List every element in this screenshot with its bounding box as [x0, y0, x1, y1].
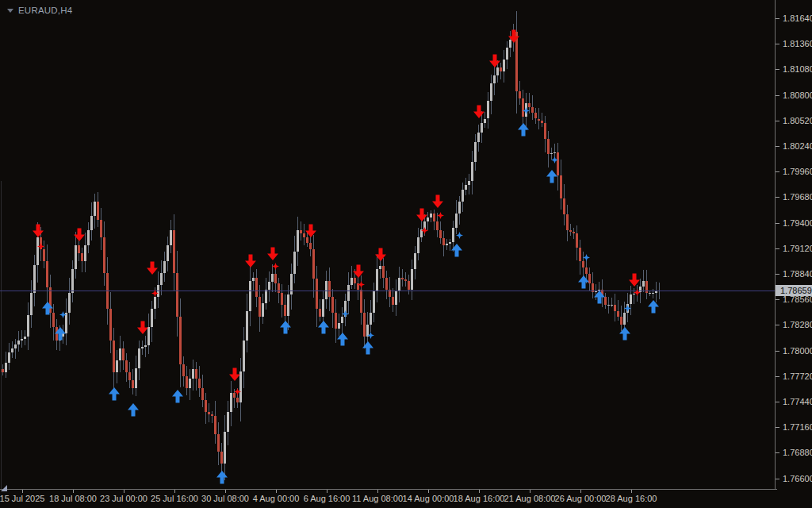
buy-star-icon: [59, 311, 67, 318]
sell-arrow-icon: [508, 29, 520, 44]
price-axis-label: 1.78560: [783, 295, 812, 304]
candle-body: [243, 341, 245, 371]
candle-wick: [611, 298, 612, 307]
current-price-tag: 1.78659: [776, 285, 812, 296]
candle-body: [531, 107, 534, 113]
candle-body: [382, 266, 385, 278]
candle-body: [309, 243, 312, 248]
sell-arrow-icon: [304, 224, 317, 238]
buy-star-icon: [624, 305, 631, 312]
buy-arrow-icon: [216, 470, 228, 484]
price-axis-label: 1.79400: [783, 219, 812, 228]
price-axis-label: 1.79120: [783, 244, 812, 253]
price-axis-tick: [776, 197, 779, 198]
candle-wick: [542, 113, 542, 127]
candle-body: [550, 153, 553, 154]
time-axis-tick: [124, 490, 124, 493]
candle-body: [290, 274, 293, 294]
candle-body: [78, 245, 80, 253]
candle-wick: [15, 339, 16, 359]
candle-body: [281, 293, 283, 304]
candle-body: [27, 315, 29, 337]
buy-arrow-icon: [279, 320, 292, 334]
chart-window: 1.816401.813601.810801.808001.805201.802…: [0, 0, 812, 508]
candle-body: [132, 380, 134, 388]
candle-body: [135, 368, 137, 388]
chart-shift-icon[interactable]: [1, 485, 8, 491]
candle-body: [21, 339, 23, 341]
candle-body: [642, 281, 645, 287]
time-axis-tick: [479, 490, 480, 493]
price-axis-label: 1.76880: [783, 448, 812, 457]
time-axis-tick: [631, 490, 632, 493]
buy-arrow-icon: [362, 341, 374, 355]
candle-body: [109, 309, 112, 341]
candle-body: [312, 249, 315, 279]
time-axis-label: 28 Aug 16:00: [606, 494, 657, 503]
sell-arrow-icon: [352, 264, 365, 279]
sell-arrow-icon: [244, 254, 257, 268]
time-axis-tick: [22, 490, 23, 493]
candle-body: [141, 347, 144, 348]
price-axis-tick: [776, 402, 779, 402]
candle-body: [607, 305, 610, 306]
candle-body: [620, 317, 622, 325]
candle-body: [652, 293, 654, 294]
candle-body: [544, 123, 546, 139]
candle-body: [614, 305, 616, 310]
candle-body: [113, 341, 115, 372]
candle-body: [553, 152, 556, 153]
candle-body: [379, 266, 381, 270]
candle-body: [471, 162, 473, 181]
price-axis-tick: [776, 18, 779, 19]
time-axis-label: 18 Aug 16:00: [454, 494, 505, 503]
time-axis-label: 21 Aug 08:00: [504, 494, 556, 503]
price-axis-label: 1.78840: [783, 270, 812, 279]
candle-body: [103, 237, 105, 273]
candle-body: [246, 311, 248, 341]
candle-body: [182, 364, 185, 376]
candle-body: [306, 237, 308, 243]
candle-body: [220, 452, 223, 464]
candle-body: [462, 190, 464, 202]
candle-body: [192, 369, 194, 379]
candle-body: [401, 278, 404, 279]
candle-body: [163, 261, 166, 273]
candle-body: [477, 133, 480, 142]
buy-star-icon: [551, 156, 558, 164]
candle-body: [373, 291, 375, 314]
price-axis-tick: [776, 376, 779, 377]
candle-body: [655, 291, 657, 293]
candle-body: [217, 434, 220, 452]
candle-body: [259, 297, 261, 317]
plot-area[interactable]: [0, 0, 775, 489]
candle-body: [411, 269, 413, 289]
candle-body: [316, 279, 318, 308]
candle-body: [236, 398, 239, 402]
price-axis-label: 1.80240: [783, 142, 812, 151]
price-axis-label: 1.80520: [783, 117, 812, 125]
sell-arrow-icon: [266, 247, 279, 261]
price-axis-label: 1.78280: [783, 321, 812, 329]
time-axis-label: 14 Aug 00:00: [403, 494, 454, 503]
buy-star-icon: [342, 310, 349, 318]
candle-body: [474, 142, 477, 161]
candle-body: [347, 285, 350, 301]
candle-body: [398, 278, 400, 291]
candle-body: [439, 230, 442, 238]
candle-body: [154, 297, 156, 309]
buy-arrow-icon: [647, 299, 660, 314]
candle-body: [452, 228, 454, 242]
candle-body: [547, 139, 550, 155]
candle-body: [170, 230, 172, 246]
candle-body: [81, 253, 83, 261]
candle-body: [205, 400, 207, 412]
buy-arrow-icon: [41, 301, 54, 315]
time-axis-tick: [327, 490, 327, 493]
candle-body: [455, 214, 458, 228]
candle-body: [350, 278, 353, 285]
candle-body: [46, 261, 48, 287]
candle-body: [322, 299, 324, 317]
buy-star-icon: [523, 107, 530, 114]
time-axis-tick: [276, 490, 277, 493]
